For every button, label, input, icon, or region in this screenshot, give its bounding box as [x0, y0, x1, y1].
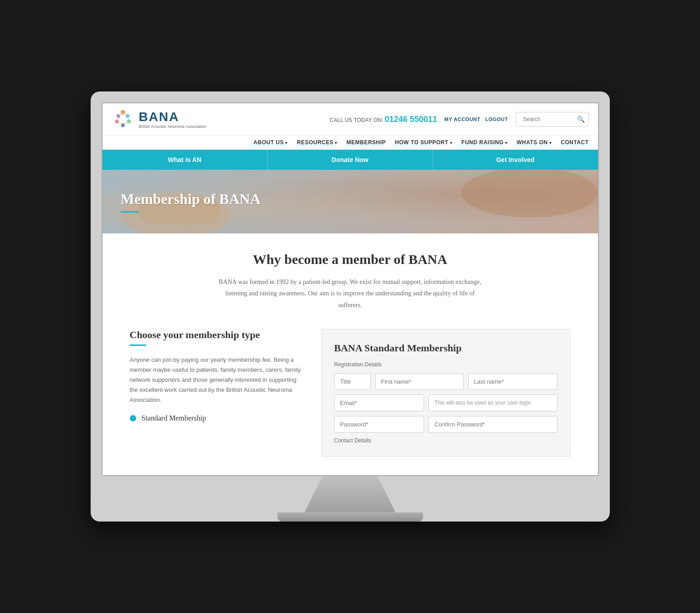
form-row-password	[334, 416, 557, 433]
title-input[interactable]	[334, 373, 371, 390]
nav-item-how-to-support[interactable]: HOW TO SUPPORT	[395, 139, 452, 146]
standard-membership-item[interactable]: Standard Membership	[130, 414, 303, 422]
teal-bar-what-is-an[interactable]: What Is AN	[102, 150, 268, 170]
email-input[interactable]	[334, 395, 424, 411]
svg-point-14	[461, 170, 598, 218]
hero-content: Membership of BANA	[102, 182, 279, 222]
bana-logo-icon	[112, 108, 134, 131]
form-row-name	[334, 373, 557, 390]
right-hand-illustration	[416, 170, 598, 233]
why-title: Why become a member of BANA	[214, 252, 487, 267]
choose-text: Anyone can join by paying our yearly mem…	[130, 355, 303, 405]
top-right-area: CALL US TODAY ON: 01246 550011 MY ACCOUN…	[330, 112, 589, 127]
teal-bar-donate[interactable]: Donate Now	[268, 150, 433, 170]
logo-bana: BANA	[139, 110, 207, 124]
password-input[interactable]	[334, 416, 424, 433]
svg-line-9	[117, 122, 123, 125]
membership-label: Standard Membership	[142, 414, 206, 422]
logo-text: BANA British Acoustic Neuroma Associatio…	[139, 110, 207, 129]
firstname-input[interactable]	[375, 373, 464, 390]
top-bar: BANA British Acoustic Neuroma Associatio…	[102, 103, 598, 136]
two-col-layout: Choose your membership type Anyone can j…	[130, 329, 571, 457]
monitor-base	[277, 512, 423, 522]
account-links: MY ACCOUNT LOGOUT	[445, 117, 508, 122]
search-icon[interactable]: 🔍	[577, 116, 585, 123]
search-input[interactable]	[520, 114, 574, 124]
confirm-password-input[interactable]	[429, 416, 557, 433]
call-label: CALL US TODAY ON: 01246 550011	[330, 115, 437, 124]
teal-bar-get-involved[interactable]: Get Involved	[433, 150, 598, 170]
nav-item-resources[interactable]: RESOURCES	[297, 139, 337, 146]
left-column: Choose your membership type Anyone can j…	[130, 329, 303, 422]
hero-underline	[121, 211, 139, 213]
membership-dot	[130, 415, 136, 421]
form-box: BANA Standard Membership Registration De…	[321, 329, 571, 457]
nav-item-fund-raising[interactable]: FUND RAISING	[461, 139, 507, 146]
why-section: Why become a member of BANA BANA was for…	[214, 252, 487, 311]
phone-number[interactable]: 01246 550011	[385, 115, 437, 124]
contact-details-label: Contact Details	[334, 437, 557, 444]
monitor-screen: BANA British Acoustic Neuroma Associatio…	[102, 102, 599, 476]
choose-underline	[130, 344, 146, 346]
choose-title: Choose your membership type	[130, 329, 303, 341]
main-content: Why become a member of BANA BANA was for…	[102, 233, 598, 475]
right-column: BANA Standard Membership Registration De…	[321, 329, 571, 457]
my-account-link[interactable]: MY ACCOUNT	[445, 117, 480, 122]
form-title: BANA Standard Membership	[334, 342, 557, 354]
hero-section: Membership of BANA	[102, 170, 598, 233]
email-note: This will also be used as your user logi…	[429, 395, 557, 411]
logo-subtitle: British Acoustic Neuroma Association	[139, 124, 207, 129]
teal-bar: What Is AN Donate Now Get Involved	[102, 150, 598, 170]
nav-item-contact[interactable]: CONTACT	[561, 139, 588, 146]
why-text: BANA was formed in 1992 by a patient-led…	[214, 276, 487, 311]
search-box[interactable]: 🔍	[516, 112, 589, 127]
logout-link[interactable]: LOGOUT	[485, 117, 508, 122]
monitor-stand	[305, 476, 396, 512]
nav-item-whats-on[interactable]: WHATS ON	[516, 139, 552, 146]
main-nav: ABOUT US RESOURCES MEMBERSHIP HOW TO SUP…	[102, 136, 598, 150]
logo-area: BANA British Acoustic Neuroma Associatio…	[112, 108, 207, 131]
nav-item-about[interactable]: ABOUT US	[254, 139, 288, 146]
hero-title: Membership of BANA	[121, 191, 261, 208]
form-row-email: This will also be used as your user logi…	[334, 395, 557, 411]
lastname-input[interactable]	[468, 373, 557, 390]
nav-item-membership[interactable]: MEMBERSHIP	[347, 139, 386, 146]
registration-label: Registration Details	[334, 361, 557, 368]
svg-line-8	[123, 122, 129, 125]
monitor-outer: BANA British Acoustic Neuroma Associatio…	[91, 91, 610, 522]
